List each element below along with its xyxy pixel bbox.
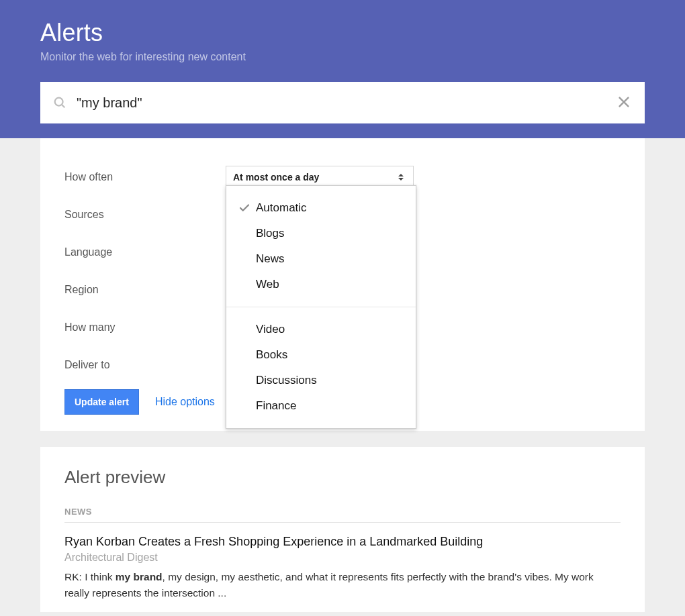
snippet-prefix: RK: I think bbox=[64, 571, 116, 582]
label-deliver-to: Deliver to bbox=[64, 359, 226, 371]
header: Alerts Monitor the web for interesting n… bbox=[0, 0, 685, 138]
sources-option-books[interactable]: Books bbox=[226, 342, 416, 368]
check-icon bbox=[238, 202, 256, 214]
article-title[interactable]: Ryan Korban Creates a Fresh Shopping Exp… bbox=[64, 535, 621, 549]
sources-option-label: Books bbox=[256, 348, 404, 362]
alert-preview-heading: Alert preview bbox=[64, 467, 621, 488]
sources-option-label: Automatic bbox=[256, 201, 404, 215]
label-region: Region bbox=[64, 284, 226, 296]
article-snippet: RK: I think my brand, my design, my aest… bbox=[64, 569, 621, 601]
preview-article: Ryan Korban Creates a Fresh Shopping Exp… bbox=[64, 535, 621, 601]
sources-dropdown[interactable]: Automatic Blogs News Web Video bbox=[226, 185, 416, 429]
sources-option-video[interactable]: Video bbox=[226, 317, 416, 342]
sources-option-blogs[interactable]: Blogs bbox=[226, 221, 416, 246]
alert-preview-panel: Alert preview NEWS Ryan Korban Creates a… bbox=[40, 447, 645, 612]
page-subtitle: Monitor the web for interesting new cont… bbox=[40, 51, 645, 63]
label-how-many: How many bbox=[64, 321, 226, 333]
search-icon bbox=[52, 95, 67, 110]
update-alert-button[interactable]: Update alert bbox=[64, 389, 139, 415]
label-sources: Sources bbox=[64, 209, 226, 221]
svg-point-0 bbox=[55, 98, 63, 106]
snippet-highlight: my brand bbox=[116, 571, 163, 582]
sources-option-label: News bbox=[256, 252, 404, 266]
sources-option-discussions[interactable]: Discussions bbox=[226, 368, 416, 393]
sources-dropdown-group-2: Video Books Discussions Finance bbox=[226, 307, 416, 428]
close-icon bbox=[616, 95, 631, 111]
sources-option-label: Web bbox=[256, 278, 404, 291]
select-how-often-value: At most once a day bbox=[233, 172, 319, 183]
clear-search-button[interactable] bbox=[612, 91, 635, 114]
page-title: Alerts bbox=[40, 19, 645, 47]
preview-category-label: NEWS bbox=[64, 507, 621, 523]
sources-option-label: Finance bbox=[256, 399, 404, 413]
search-bar[interactable] bbox=[40, 82, 645, 123]
sources-option-news[interactable]: News bbox=[226, 246, 416, 272]
sources-option-automatic[interactable]: Automatic bbox=[226, 195, 416, 221]
sources-option-label: Blogs bbox=[256, 227, 404, 240]
sources-option-label: Video bbox=[256, 323, 404, 336]
sources-option-web[interactable]: Web bbox=[226, 272, 416, 297]
select-caret-icon bbox=[398, 172, 406, 183]
hide-options-link[interactable]: Hide options bbox=[155, 396, 215, 408]
sources-dropdown-group-1: Automatic Blogs News Web bbox=[226, 186, 416, 307]
svg-line-1 bbox=[62, 105, 64, 107]
sources-option-label: Discussions bbox=[256, 374, 404, 387]
article-source: Architectural Digest bbox=[64, 552, 621, 564]
label-language: Language bbox=[64, 246, 226, 258]
label-how-often: How often bbox=[64, 171, 226, 183]
search-input[interactable] bbox=[77, 95, 612, 111]
sources-option-finance[interactable]: Finance bbox=[226, 393, 416, 419]
options-panel: How often At most once a day Sources Lan… bbox=[40, 138, 645, 431]
